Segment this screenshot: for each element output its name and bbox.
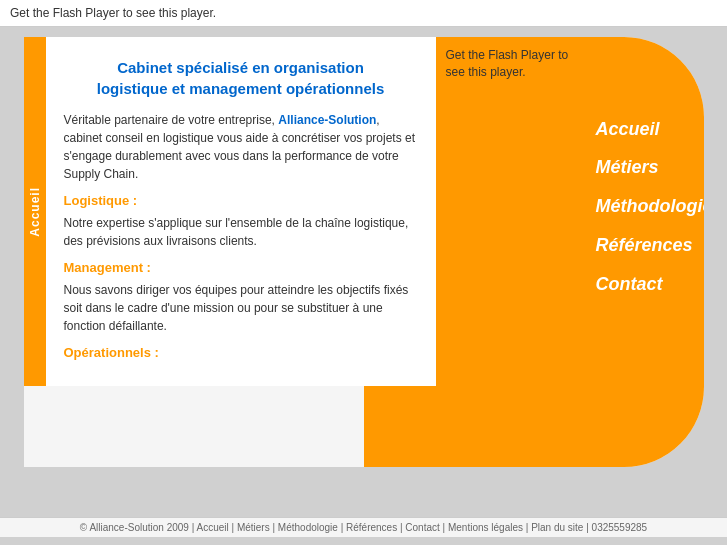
section2-title: Management : (64, 260, 418, 275)
main-heading: Cabinet spécialisé en organisation logis… (64, 57, 418, 99)
footer: © Alliance-Solution 2009 | Accueil | Mét… (0, 517, 727, 537)
heading-line1: Cabinet spécialisé en organisation (117, 59, 364, 76)
main-container: Accueil Cabinet spécialisé en organisati… (24, 37, 704, 467)
right-navigation: Accueil Métiers Méthodologie Références … (581, 37, 704, 386)
nav-metiers[interactable]: Métiers (596, 153, 659, 182)
top-flash-notice: Get the Flash Player to see this player. (0, 0, 727, 27)
middle-flash-notice: Get the Flash Player to see this player. (446, 47, 571, 81)
section3-title: Opérationnels : (64, 345, 418, 360)
left-tab-label: Accueil (28, 187, 42, 237)
left-tab: Accueil (24, 37, 46, 386)
white-content-box: Cabinet spécialisé en organisation logis… (46, 37, 436, 386)
section2-text: Nous savons diriger vos équipes pour att… (64, 281, 418, 335)
footer-text: © Alliance-Solution 2009 | Accueil | Mét… (80, 522, 647, 533)
section1-text: Notre expertise s'applique sur l'ensembl… (64, 214, 418, 250)
alliance-solution-link[interactable]: Alliance-Solution (278, 113, 376, 127)
nav-contact[interactable]: Contact (596, 270, 663, 299)
page-wrapper: Accueil Cabinet spécialisé en organisati… (0, 27, 727, 517)
content-area: Accueil Cabinet spécialisé en organisati… (24, 37, 704, 386)
top-flash-text: Get the Flash Player to see this player. (10, 6, 216, 20)
middle-flash-area: Get the Flash Player to see this player. (436, 37, 581, 386)
nav-methodologie[interactable]: Méthodologie (596, 192, 704, 221)
intro-before-link: Véritable partenaire de votre entreprise… (64, 113, 279, 127)
section1-title: Logistique : (64, 193, 418, 208)
intro-paragraph: Véritable partenaire de votre entreprise… (64, 111, 418, 183)
heading-line2: logistique et management opérationnels (97, 80, 385, 97)
nav-references[interactable]: Références (596, 231, 693, 260)
nav-accueil[interactable]: Accueil (596, 115, 660, 144)
